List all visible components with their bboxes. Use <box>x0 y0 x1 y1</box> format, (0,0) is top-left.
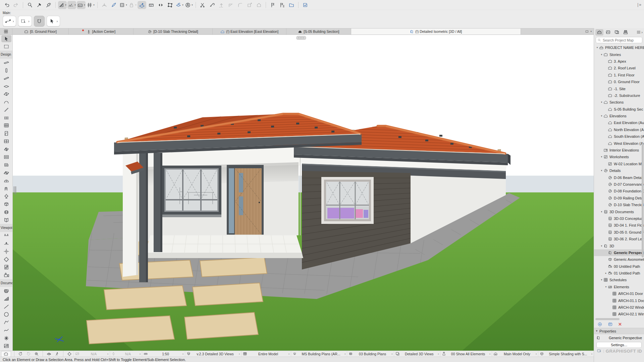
beam-tool[interactable] <box>0 74 12 82</box>
tab-overview-button[interactable] <box>0 28 12 35</box>
redo-button[interactable] <box>12 1 20 9</box>
tree-item-3d-06-2-roof-lev[interactable]: 3D-06 2. Roof Lev <box>594 236 644 242</box>
chevron-expanded-icon[interactable]: ▾ <box>600 156 603 158</box>
tree-item-d-06-beam-detail[interactable]: D-06 Beam Detail <box>594 174 644 181</box>
delete-button[interactable]: ✕ <box>618 322 622 327</box>
viewpoint-settings-button[interactable] <box>608 322 613 327</box>
tab-list-button[interactable]: ▾ <box>585 28 592 35</box>
circle-tool[interactable] <box>0 311 12 319</box>
opening-tool[interactable] <box>0 153 12 161</box>
favorites-button[interactable] <box>287 1 296 9</box>
chevron-expanded-icon[interactable]: ▾ <box>600 279 603 281</box>
flag-button[interactable] <box>268 1 277 9</box>
section-tool[interactable] <box>0 232 12 240</box>
tree-item-w-02-location-ma[interactable]: W-02 Location Ma <box>594 161 644 167</box>
tree-item-elements[interactable]: ▾Elements <box>594 284 644 290</box>
tree-item-3d-04-1-first-floo[interactable]: 3D-04 1. First Floo <box>594 222 644 229</box>
status-pen-dropdown[interactable]: N/A› <box>110 351 142 357</box>
tree-item-3d[interactable]: ▾3D <box>594 242 644 249</box>
orbit-button[interactable] <box>45 351 53 357</box>
layout-book-button[interactable] <box>613 29 621 36</box>
trace-reference-button[interactable]: ▾ <box>119 1 127 9</box>
search-input[interactable] <box>602 38 640 43</box>
flag-list-button[interactable] <box>278 1 286 9</box>
figure-tool[interactable] <box>0 342 12 350</box>
object-tool[interactable] <box>0 185 12 193</box>
window-tool[interactable] <box>0 137 12 145</box>
tree-item-0-ground-floor[interactable]: 0. Ground Floor <box>594 78 644 85</box>
status-partial-structure-dropdown[interactable]: Entire Model› <box>241 351 291 357</box>
chevron-expanded-icon[interactable]: ▾ <box>600 115 603 117</box>
view-back-button[interactable] <box>16 351 24 357</box>
status-style-3d-dropdown[interactable]: Simple Shading with S...› <box>538 351 594 357</box>
fit-in-window-button[interactable] <box>65 351 73 357</box>
tree-item-arch-02-1-win[interactable]: ARCH-02.1 Win <box>594 311 644 317</box>
status-layers-dropdown[interactable]: 03 Building Plans› <box>347 351 394 357</box>
shell-dome-tool[interactable] <box>0 177 12 185</box>
status-renovation-dropdown[interactable]: N/A› <box>73 351 110 357</box>
project-map-button[interactable] <box>595 29 603 36</box>
grid-element-tool[interactable] <box>0 208 12 216</box>
editing-plane-button[interactable] <box>138 1 146 9</box>
status-layer-combination-dropdown[interactable]: v.2.3 Detailed 3D Views› <box>185 351 241 357</box>
tree-item-worksheets[interactable]: ▾Worksheets <box>594 154 644 160</box>
inject-parameters-button[interactable] <box>44 1 53 9</box>
3d-viewport[interactable] <box>13 35 594 351</box>
add-viewpoint-button[interactable] <box>597 322 602 327</box>
lamp-tool[interactable] <box>0 192 12 200</box>
tree-hscrollbar[interactable] <box>594 318 644 320</box>
tree-item-sections[interactable]: ▾Sections <box>594 99 644 106</box>
tree-item-d-08-foundation-d[interactable]: D-08 Foundation D <box>594 188 644 194</box>
tree-item-3d-documents[interactable]: ▾3D Documents <box>594 208 644 215</box>
search-field[interactable] <box>596 37 642 43</box>
tree-item-arch-01-1-door[interactable]: ARCH-01.1 Door <box>594 297 644 304</box>
door-tool[interactable] <box>0 129 12 137</box>
tree-item-north-elevation-a[interactable]: North Elevation (A <box>594 126 644 133</box>
status-graphic-overrides-dropdown[interactable]: 00 Show All Elements› <box>440 351 492 357</box>
camera-path-tool-button[interactable]: › <box>3 16 16 26</box>
tree-item-schedules[interactable]: ▾Schedules <box>594 277 644 283</box>
interior-elevation-tool[interactable] <box>0 248 12 256</box>
suspend-groups-button[interactable]: ▾ <box>128 1 137 9</box>
zoom-button[interactable] <box>33 351 41 357</box>
hotspot-tool[interactable] <box>0 334 12 342</box>
check-model-button[interactable] <box>301 1 310 9</box>
tree-item-project-name-here[interactable]: ▾PROJECT NAME HERE <box>594 44 644 51</box>
polyline-tool[interactable] <box>0 318 12 326</box>
morph-tool[interactable] <box>0 200 12 208</box>
zone-tool[interactable] <box>0 161 12 169</box>
tree-item-west-elevation-au[interactable]: West Elevation (Au <box>594 140 644 146</box>
gravity-button[interactable] <box>100 1 109 9</box>
status-renovation-filter-dropdown[interactable]: Main Model Only› <box>492 351 538 357</box>
tree-item-details[interactable]: ▾Details <box>594 167 644 174</box>
dimension-ruler-button[interactable]: 12 <box>147 1 156 9</box>
shell-tool[interactable] <box>0 98 12 106</box>
pick-up-parameters-button[interactable] <box>35 1 44 9</box>
properties-header[interactable]: ▼ Properties <box>594 328 644 334</box>
chevron-expanded-icon[interactable]: ▾ <box>600 245 603 247</box>
guide-lines-button[interactable]: ▾ <box>58 1 67 9</box>
tree-item-s-05-building-sec[interactable]: S-05 Building Sec <box>594 106 644 113</box>
plan-shortcut-button[interactable] <box>1 351 11 357</box>
settings-button[interactable]: Settings... <box>596 342 642 348</box>
railing-tool[interactable] <box>0 114 12 122</box>
tree-item-2-roof-level[interactable]: 2. Roof Level <box>594 65 644 71</box>
fillet-button[interactable] <box>236 1 245 9</box>
curtain-wall-tool[interactable] <box>0 122 12 130</box>
chevron-collapsed-icon[interactable]: ▸ <box>604 272 608 275</box>
tree-item-3d-05-0-ground-f[interactable]: 3D-05 0. Ground F <box>594 229 644 236</box>
marquee-stretch-button[interactable] <box>156 1 165 9</box>
publisher-button[interactable] <box>622 29 630 36</box>
camera-tool[interactable] <box>0 271 12 279</box>
marquee-select-tool-button[interactable]: › <box>18 16 32 26</box>
coordinate-input-button[interactable]: XY▾ <box>77 1 86 9</box>
spline-tool[interactable] <box>0 326 12 335</box>
roof-tool[interactable] <box>0 90 12 98</box>
align-button[interactable] <box>217 1 226 9</box>
column-tool[interactable] <box>0 66 12 74</box>
toolbar-overflow-button[interactable]: |» <box>637 2 642 7</box>
cutaway-3d-button[interactable]: ▾ <box>175 1 184 9</box>
arrow-tool-button[interactable]: › <box>47 16 60 26</box>
tree-item-arch-01-door-s[interactable]: ARCH-01 Door S <box>594 290 644 297</box>
tree-item-00-untitled-path[interactable]: 00 Untitled Path <box>594 263 644 270</box>
